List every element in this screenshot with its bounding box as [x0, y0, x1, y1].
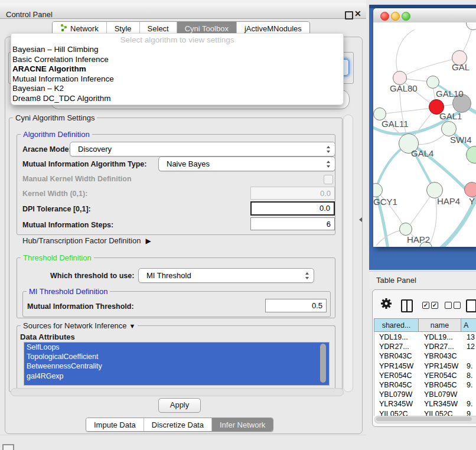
manual-kernel-label: Manual Kernel Width Definition [22, 175, 132, 183]
sources-group-title[interactable]: Sources for Network Inference▼ [21, 321, 138, 330]
mi-steps-label: Mutual Information Steps: [22, 221, 113, 229]
splitter-grip-icon[interactable] [359, 217, 362, 222]
attributes-scrollbar[interactable] [320, 344, 326, 383]
table-row[interactable]: YPR145W YPR145W 9. [374, 361, 476, 371]
control-panel-titlebar: Control Panel ✕ [0, 4, 366, 19]
network-graph-icon [60, 24, 67, 34]
desktop-background: GAL GAL80 GAL10 GAL1 GAL11 SWI4 GAL4 GCY… [369, 5, 476, 270]
network-node-hap2[interactable] [399, 223, 412, 236]
node-label: GAL [452, 62, 470, 72]
column-header-shared-name[interactable]: shared... [374, 318, 419, 332]
close-traffic-light-icon[interactable] [380, 12, 389, 21]
tab-impute-data[interactable]: Impute Data [86, 418, 144, 431]
dropdown-item[interactable]: Mutual Information Inference [12, 74, 114, 83]
dropdown-item[interactable]: Bayesian – K2 [12, 84, 64, 93]
node-label: HAP4 [437, 196, 460, 206]
node-label: GAL4 [411, 148, 433, 158]
spinner-arrows-icon [327, 160, 331, 168]
algorithm-definition-title: Algorithm Definition [21, 130, 92, 139]
unchecked-checkbox-icon[interactable] [445, 302, 452, 309]
spinner-arrows-icon [305, 272, 309, 280]
gear-icon[interactable] [380, 298, 392, 312]
mi-threshold-group-title: MI Threshold Definition [27, 287, 110, 296]
dropdown-placeholder: Select algorithm to view settings [11, 35, 343, 44]
table-panel-title: Table Panel [376, 276, 416, 285]
node-label: GAL10 [436, 89, 464, 99]
node-label: HAP2 [407, 234, 430, 244]
dropdown-item-selected[interactable]: ARACNE Algorithm [12, 64, 86, 73]
network-window-titlebar[interactable] [373, 8, 476, 23]
dropdown-item[interactable]: Dream8 DC_TDC Algorithm [12, 94, 111, 103]
minimized-panel-icon[interactable] [2, 444, 14, 450]
document-icon[interactable] [466, 299, 476, 312]
control-panel-title: Control Panel [6, 10, 53, 19]
node-label: GAL11 [382, 119, 409, 129]
dpi-tolerance-label: DPI Tolerance [0,1]: [22, 205, 91, 213]
threshold-definition-title: Threshold Definition [21, 253, 94, 262]
split-columns-icon[interactable] [401, 299, 413, 312]
table-panel-window: ✓ ✓ shared... name A YDL19... YDL19... 1… [372, 289, 476, 427]
table-row[interactable]: YDL19... YDL19... 13 [374, 332, 476, 342]
expanded-arrow-icon: ▼ [129, 322, 136, 330]
cyni-bottom-tabbar: Impute Data Discretize Data Infer Networ… [86, 418, 273, 432]
tab-discretize-data[interactable]: Discretize Data [144, 418, 212, 431]
spinner-arrows-icon [327, 145, 331, 154]
float-window-icon[interactable] [345, 11, 353, 19]
node-label: GAL80 [390, 83, 418, 93]
list-item[interactable]: gal4RGexp [24, 371, 329, 381]
table-body[interactable]: YDL19... YDL19... 13 YDR27... YDR27... 1… [374, 332, 476, 416]
table-row[interactable]: YBR045C YBR045C 9. [374, 380, 476, 390]
list-item[interactable] [24, 381, 329, 386]
network-view-window: GAL GAL80 GAL10 GAL1 GAL11 SWI4 GAL4 GCY… [373, 8, 476, 247]
list-item[interactable]: BetweennessCentrality [24, 361, 329, 371]
data-attributes-label: Data Attributes [20, 332, 75, 341]
checked-checkbox-icon[interactable]: ✓ [431, 302, 438, 309]
data-attributes-list[interactable]: SelfLoops TopologicalCoefficient Between… [24, 342, 330, 386]
table-row[interactable]: YER054C YER054C 8. [374, 371, 476, 380]
list-item[interactable]: SelfLoops [24, 343, 329, 352]
table-row[interactable]: YBL079W YBL079W [374, 390, 476, 399]
mi-steps-field[interactable]: 6 [250, 217, 335, 230]
table-panel-header: Table Panel [369, 271, 476, 289]
apply-button[interactable]: Apply [158, 398, 201, 413]
settings-horizontal-scrollbar[interactable] [11, 388, 344, 396]
kernel-width-field[interactable]: 0.0 [250, 187, 335, 200]
hub-definition-expander[interactable]: Hub/Transcription Factor Definition▶ [22, 236, 151, 245]
node-label: GCY1 [373, 197, 397, 207]
table-row[interactable]: YDR27... YDR27... 12 [374, 342, 476, 351]
network-node[interactable] [464, 182, 476, 197]
mi-threshold-field[interactable]: 0.5 [265, 299, 327, 312]
table-row[interactable]: YBR043C YBR043C [374, 351, 476, 361]
mi-type-select[interactable]: Naive Bayes [158, 156, 335, 171]
node-label: SWI4 [450, 135, 472, 145]
which-threshold-label: Which threshold to use: [50, 272, 134, 280]
dropdown-item[interactable]: Basic Correlation Inference [12, 55, 109, 64]
table-row[interactable]: YIL052C YIL052C 9 [374, 409, 476, 416]
settings-vertical-scrollbar[interactable] [343, 115, 353, 392]
checked-checkbox-icon[interactable]: ✓ [422, 302, 429, 309]
divider [0, 435, 366, 435]
zoom-traffic-light-icon[interactable] [402, 12, 410, 21]
tab-infer-network[interactable]: Infer Network [212, 418, 273, 431]
dpi-tolerance-field[interactable]: 0.0 [250, 201, 335, 216]
collapsed-arrow-icon: ▶ [145, 237, 151, 245]
network-canvas[interactable]: GAL GAL80 GAL10 GAL1 GAL11 SWI4 GAL4 GCY… [373, 22, 476, 247]
table-row[interactable]: YLR345W YLR345W 9. [374, 399, 476, 409]
column-header-name[interactable]: name [419, 318, 461, 332]
node-label: Y [469, 196, 475, 206]
dropdown-item[interactable]: Bayesian – Hill Climbing [12, 45, 99, 54]
unchecked-checkbox-icon[interactable] [454, 302, 461, 309]
mi-threshold-label: Mutual Information Threshold: [27, 302, 134, 311]
manual-kernel-checkbox[interactable] [324, 175, 333, 184]
close-icon[interactable]: ✕ [354, 9, 361, 18]
mi-type-label: Mutual Information Algorithm Type: [22, 160, 146, 168]
algorithm-dropdown-list: Select algorithm to view settings Bayesi… [11, 33, 344, 105]
minimize-traffic-light-icon[interactable] [391, 12, 400, 21]
table-horizontal-scrollbar[interactable] [374, 416, 476, 423]
list-item[interactable]: TopologicalCoefficient [24, 352, 329, 361]
cyni-settings-title: Cyni Algorithm Settings [13, 113, 97, 122]
aracne-mode-select[interactable]: Discovery [70, 142, 335, 156]
network-node-gal10[interactable] [426, 76, 439, 89]
which-threshold-select[interactable]: MI Threshold [138, 268, 314, 283]
column-header-partial[interactable]: A [461, 318, 476, 332]
